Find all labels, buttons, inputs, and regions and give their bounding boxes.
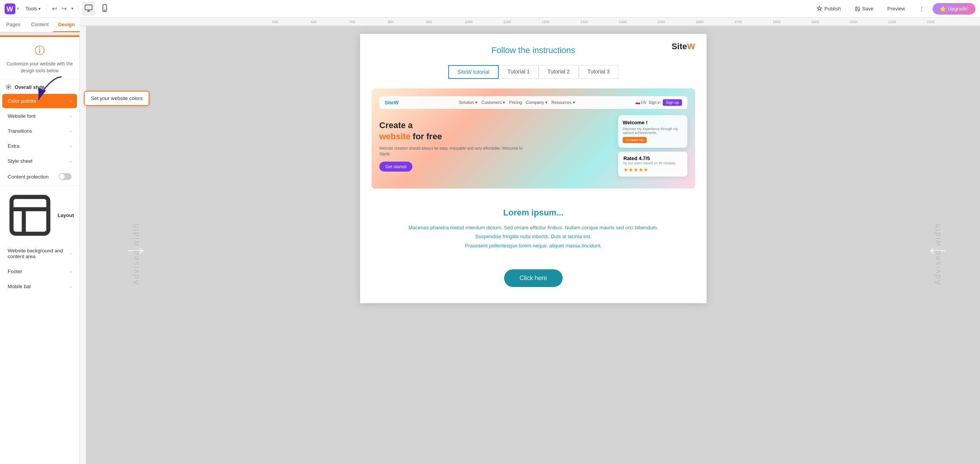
card-title: Welcome ! bbox=[623, 120, 683, 125]
app-logo[interactable]: W ▾ bbox=[5, 3, 19, 14]
chevron-icon: › bbox=[70, 114, 72, 119]
preview-nav-logo: SiteW bbox=[385, 100, 399, 105]
click-here-section: Click here bbox=[360, 262, 707, 295]
tab-pages[interactable]: Pages bbox=[0, 18, 27, 32]
svg-text:1700: 1700 bbox=[734, 20, 742, 24]
sidebar-item-transitions[interactable]: Transitions › bbox=[2, 124, 77, 138]
tutorial-tab-2[interactable]: Tutorial 2 bbox=[539, 65, 579, 79]
svg-rect-2 bbox=[85, 5, 92, 10]
svg-text:W: W bbox=[7, 5, 13, 13]
sidebar-item-style-sheet[interactable]: Style sheet › bbox=[2, 154, 77, 168]
sidebar-item-content-protection: Content protection bbox=[2, 169, 77, 184]
chevron-icon: › bbox=[70, 159, 72, 164]
undo-button[interactable]: ↩ bbox=[50, 3, 59, 14]
preview-nav-items: Solution ▾ Customers ▾ Pricing Company ▾… bbox=[403, 100, 631, 105]
svg-text:1300: 1300 bbox=[580, 20, 588, 24]
canvas-area: 500 600 700 800 900 1000 1100 1200 1300 … bbox=[80, 18, 980, 464]
layout-label: Layout bbox=[57, 212, 74, 218]
divider bbox=[47, 5, 47, 13]
preview-hero: Create a website for free Website creati… bbox=[379, 115, 687, 177]
preview-signin: Sign in bbox=[649, 100, 661, 105]
history-button[interactable]: ▾ bbox=[69, 3, 75, 14]
svg-text:1900: 1900 bbox=[811, 20, 819, 24]
tutorial-tab-sitew[interactable]: SiteW tutorial bbox=[448, 65, 499, 79]
undo-redo-group: ↩ ↪ ▾ bbox=[50, 3, 75, 14]
redo-button[interactable]: ↪ bbox=[60, 3, 69, 14]
sidebar-item-website-bg[interactable]: Website background and content area › bbox=[2, 244, 77, 264]
overall-style-header: Overall style bbox=[0, 79, 79, 93]
page-frame: Follow the instructions SiteW SiteW tuto… bbox=[360, 34, 707, 303]
chevron-icon: › bbox=[70, 251, 72, 256]
preview-button[interactable]: Preview bbox=[882, 3, 910, 14]
page-main-title: Follow the instructions bbox=[368, 45, 699, 55]
advised-width-right: ← bbox=[895, 35, 980, 464]
sidebar-item-website-font[interactable]: Website font › bbox=[2, 109, 77, 123]
chevron-icon: › bbox=[70, 99, 72, 103]
preview-stars: ★★★★★ bbox=[623, 167, 682, 173]
content-protection-label: Content protection bbox=[8, 174, 49, 180]
left-sidebar: ⓘ Customize your website with the design… bbox=[0, 35, 80, 464]
chevron-icon: › bbox=[70, 144, 72, 149]
sidebar-info-text: Customize your website with the design t… bbox=[5, 60, 74, 74]
svg-text:900: 900 bbox=[426, 20, 432, 24]
tutorial-tab-3[interactable]: Tutorial 3 bbox=[579, 65, 619, 79]
left-panel-tabs: Pages Content Design bbox=[0, 18, 80, 32]
preview-card: Welcome ! Discover my experience through… bbox=[618, 115, 687, 148]
sidebar-info: ⓘ Customize your website with the design… bbox=[0, 37, 79, 79]
svg-text:2000: 2000 bbox=[850, 20, 858, 24]
topbar: W ▾ Tools ▾ ↩ ↪ ▾ Publish bbox=[0, 0, 980, 18]
right-nav-arrow[interactable]: ← bbox=[924, 236, 951, 263]
card-text: Discover my experience through my variou… bbox=[623, 127, 683, 135]
sitew-brand: SiteW bbox=[672, 42, 695, 51]
svg-text:1200: 1200 bbox=[542, 20, 549, 24]
svg-rect-6 bbox=[12, 197, 49, 234]
svg-text:500: 500 bbox=[272, 20, 278, 24]
sitew-logo-area: SiteW bbox=[672, 42, 695, 52]
chevron-icon: › bbox=[70, 269, 72, 274]
tab-content[interactable]: Content bbox=[27, 18, 53, 32]
rating-label: Rated 4.7/5 bbox=[623, 155, 682, 161]
sidebar-item-footer[interactable]: Footer › bbox=[2, 264, 77, 279]
svg-text:1800: 1800 bbox=[773, 20, 781, 24]
left-nav-arrow[interactable]: → bbox=[122, 236, 149, 263]
website-preview: SiteW Solution ▾ Customers ▾ Pricing Com… bbox=[372, 88, 695, 189]
preview-hero-text: Create a website for free Website creati… bbox=[379, 120, 529, 171]
logo-chevron: ▾ bbox=[17, 6, 19, 11]
lorem-title: Lorem ipsum... bbox=[375, 208, 691, 218]
desktop-device-button[interactable] bbox=[82, 2, 95, 16]
save-button[interactable]: Save bbox=[849, 3, 879, 14]
svg-text:1500: 1500 bbox=[657, 20, 665, 24]
overall-style-label: Overall style bbox=[15, 84, 44, 90]
svg-text:1100: 1100 bbox=[503, 20, 511, 24]
svg-text:700: 700 bbox=[349, 20, 355, 24]
chevron-icon: › bbox=[70, 129, 72, 134]
tab-design[interactable]: Design bbox=[53, 18, 80, 32]
svg-point-4 bbox=[104, 10, 105, 11]
advised-width-text-right: Advised width bbox=[933, 222, 942, 285]
topbar-right: Publish Save Preview ⋮ ⭐ Upgrade! bbox=[811, 3, 975, 15]
sidebar-item-color-palette[interactable]: Color palette › bbox=[2, 94, 77, 108]
content-protection-toggle[interactable] bbox=[59, 173, 72, 180]
tutorial-tabs: SiteW tutorial Tutorial 1 Tutorial 2 Tut… bbox=[360, 59, 707, 85]
click-here-button[interactable]: Click here bbox=[504, 269, 562, 287]
tutorial-tab-1[interactable]: Tutorial 1 bbox=[499, 65, 539, 79]
tools-menu-button[interactable]: Tools ▾ bbox=[22, 4, 44, 13]
horizontal-ruler: 500 600 700 800 900 1000 1100 1200 1300 … bbox=[80, 18, 980, 26]
preview-right: Welcome ! Discover my experience through… bbox=[537, 115, 687, 177]
svg-point-5 bbox=[8, 86, 9, 88]
upgrade-button[interactable]: ⭐ Upgrade! bbox=[933, 3, 975, 15]
mobile-device-button[interactable] bbox=[98, 2, 111, 16]
more-button[interactable]: ⋮ bbox=[914, 3, 930, 14]
publish-button[interactable]: Publish bbox=[811, 3, 846, 14]
preview-rating-card: Rated 4.7/5 by our users based on 95 rev… bbox=[618, 152, 687, 177]
sidebar-item-extra[interactable]: Extra › bbox=[2, 139, 77, 153]
preview-hero-p: Website creation should always be easy, … bbox=[379, 145, 529, 157]
preview-hero-h1: Create a website for free bbox=[379, 120, 529, 142]
preview-cta[interactable]: Get started bbox=[379, 162, 412, 172]
sidebar-item-mobile-bar[interactable]: Mobile bar › bbox=[2, 279, 77, 294]
color-palette-tooltip: Set your website colors bbox=[84, 91, 149, 106]
layout-header: Layout bbox=[0, 185, 79, 243]
card-cta-button[interactable]: Contact me bbox=[623, 137, 647, 143]
divider2 bbox=[79, 5, 79, 13]
chevron-icon: › bbox=[70, 284, 72, 289]
